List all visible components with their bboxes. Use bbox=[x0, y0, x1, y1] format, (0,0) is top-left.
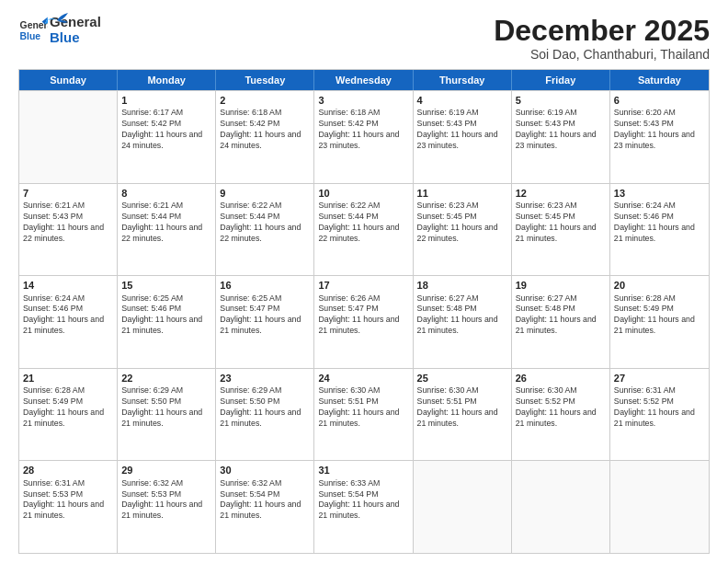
cell-info: Sunrise: 6:26 AM Sunset: 5:47 PM Dayligh… bbox=[318, 293, 408, 338]
subtitle: Soi Dao, Chanthaburi, Thailand bbox=[494, 47, 710, 62]
table-row: 5Sunrise: 6:19 AM Sunset: 5:43 PM Daylig… bbox=[512, 91, 610, 183]
day-header-monday: Monday bbox=[118, 70, 216, 90]
cell-info: Sunrise: 6:32 AM Sunset: 5:53 PM Dayligh… bbox=[121, 478, 211, 523]
day-header-tuesday: Tuesday bbox=[216, 70, 314, 90]
day-number: 20 bbox=[614, 279, 705, 292]
day-number: 2 bbox=[220, 94, 310, 107]
cell-info: Sunrise: 6:23 AM Sunset: 5:45 PM Dayligh… bbox=[516, 201, 606, 245]
day-header-wednesday: Wednesday bbox=[314, 70, 413, 90]
table-row: 6Sunrise: 6:20 AM Sunset: 5:43 PM Daylig… bbox=[610, 91, 709, 183]
svg-text:Blue: Blue bbox=[20, 30, 41, 40]
table-row: 29Sunrise: 6:32 AM Sunset: 5:53 PM Dayli… bbox=[118, 461, 216, 553]
table-row: 14Sunrise: 6:24 AM Sunset: 5:46 PM Dayli… bbox=[19, 276, 118, 368]
table-row: 31Sunrise: 6:33 AM Sunset: 5:54 PM Dayli… bbox=[314, 461, 413, 553]
table-row: 23Sunrise: 6:29 AM Sunset: 5:50 PM Dayli… bbox=[216, 369, 314, 461]
table-row: 22Sunrise: 6:29 AM Sunset: 5:50 PM Dayli… bbox=[118, 369, 216, 461]
table-row: 4Sunrise: 6:19 AM Sunset: 5:43 PM Daylig… bbox=[414, 91, 512, 183]
day-header-sunday: Sunday bbox=[19, 70, 118, 90]
day-number: 5 bbox=[516, 94, 606, 107]
cell-info: Sunrise: 6:31 AM Sunset: 5:52 PM Dayligh… bbox=[614, 385, 705, 430]
cell-info: Sunrise: 6:30 AM Sunset: 5:52 PM Dayligh… bbox=[516, 385, 606, 430]
day-number: 22 bbox=[121, 372, 211, 385]
day-header-thursday: Thursday bbox=[414, 70, 512, 90]
day-number: 28 bbox=[23, 464, 113, 477]
day-number: 6 bbox=[614, 94, 705, 107]
cell-info: Sunrise: 6:24 AM Sunset: 5:46 PM Dayligh… bbox=[23, 293, 113, 338]
cell-info: Sunrise: 6:17 AM Sunset: 5:42 PM Dayligh… bbox=[121, 108, 211, 152]
table-row: 13Sunrise: 6:24 AM Sunset: 5:46 PM Dayli… bbox=[610, 184, 709, 276]
cell-info: Sunrise: 6:22 AM Sunset: 5:44 PM Dayligh… bbox=[318, 201, 408, 245]
table-row: 28Sunrise: 6:31 AM Sunset: 5:53 PM Dayli… bbox=[19, 461, 118, 553]
table-row: 2Sunrise: 6:18 AM Sunset: 5:42 PM Daylig… bbox=[216, 91, 314, 183]
cell-info: Sunrise: 6:27 AM Sunset: 5:48 PM Dayligh… bbox=[516, 293, 606, 338]
cell-info: Sunrise: 6:31 AM Sunset: 5:53 PM Dayligh… bbox=[23, 478, 113, 523]
calendar-week-1: 1Sunrise: 6:17 AM Sunset: 5:42 PM Daylig… bbox=[19, 90, 709, 183]
cell-info: Sunrise: 6:25 AM Sunset: 5:47 PM Dayligh… bbox=[220, 293, 310, 338]
table-row: 11Sunrise: 6:23 AM Sunset: 5:45 PM Dayli… bbox=[414, 184, 512, 276]
cell-info: Sunrise: 6:32 AM Sunset: 5:54 PM Dayligh… bbox=[220, 478, 310, 523]
table-row: 18Sunrise: 6:27 AM Sunset: 5:48 PM Dayli… bbox=[414, 276, 512, 368]
table-row bbox=[19, 91, 118, 183]
day-number: 17 bbox=[318, 279, 408, 292]
day-number: 21 bbox=[23, 372, 113, 385]
day-number: 26 bbox=[516, 372, 606, 385]
table-row bbox=[414, 461, 512, 553]
table-row bbox=[610, 461, 709, 553]
page: General Blue General Blue December 2025 … bbox=[0, 0, 728, 563]
table-row: 30Sunrise: 6:32 AM Sunset: 5:54 PM Dayli… bbox=[216, 461, 314, 553]
day-number: 27 bbox=[614, 372, 705, 385]
cell-info: Sunrise: 6:24 AM Sunset: 5:46 PM Dayligh… bbox=[614, 201, 705, 245]
table-row: 16Sunrise: 6:25 AM Sunset: 5:47 PM Dayli… bbox=[216, 276, 314, 368]
table-row: 25Sunrise: 6:30 AM Sunset: 5:51 PM Dayli… bbox=[414, 369, 512, 461]
cell-info: Sunrise: 6:22 AM Sunset: 5:44 PM Dayligh… bbox=[220, 201, 310, 245]
table-row: 17Sunrise: 6:26 AM Sunset: 5:47 PM Dayli… bbox=[314, 276, 413, 368]
table-row bbox=[512, 461, 610, 553]
cell-info: Sunrise: 6:23 AM Sunset: 5:45 PM Dayligh… bbox=[417, 201, 507, 245]
table-row: 15Sunrise: 6:25 AM Sunset: 5:46 PM Dayli… bbox=[118, 276, 216, 368]
day-number: 11 bbox=[417, 187, 507, 200]
day-number: 8 bbox=[121, 187, 211, 200]
day-number: 18 bbox=[417, 279, 507, 292]
cell-info: Sunrise: 6:30 AM Sunset: 5:51 PM Dayligh… bbox=[318, 385, 408, 430]
month-title: December 2025 bbox=[494, 15, 710, 47]
cell-info: Sunrise: 6:21 AM Sunset: 5:43 PM Dayligh… bbox=[23, 201, 113, 245]
table-row: 10Sunrise: 6:22 AM Sunset: 5:44 PM Dayli… bbox=[314, 184, 413, 276]
cell-info: Sunrise: 6:18 AM Sunset: 5:42 PM Dayligh… bbox=[220, 108, 310, 152]
day-number: 13 bbox=[614, 187, 705, 200]
table-row: 26Sunrise: 6:30 AM Sunset: 5:52 PM Dayli… bbox=[512, 369, 610, 461]
table-row: 19Sunrise: 6:27 AM Sunset: 5:48 PM Dayli… bbox=[512, 276, 610, 368]
calendar-body: 1Sunrise: 6:17 AM Sunset: 5:42 PM Daylig… bbox=[19, 90, 709, 553]
cell-info: Sunrise: 6:19 AM Sunset: 5:43 PM Dayligh… bbox=[417, 108, 507, 152]
day-header-friday: Friday bbox=[512, 70, 610, 90]
day-number: 19 bbox=[516, 279, 606, 292]
day-number: 23 bbox=[220, 372, 310, 385]
cell-info: Sunrise: 6:21 AM Sunset: 5:44 PM Dayligh… bbox=[121, 201, 211, 245]
bird-icon bbox=[48, 13, 68, 28]
calendar-week-5: 28Sunrise: 6:31 AM Sunset: 5:53 PM Dayli… bbox=[19, 460, 709, 553]
day-number: 14 bbox=[23, 279, 113, 292]
day-number: 15 bbox=[121, 279, 211, 292]
logo-blue-text: Blue bbox=[50, 30, 101, 46]
table-row: 20Sunrise: 6:28 AM Sunset: 5:49 PM Dayli… bbox=[610, 276, 709, 368]
day-number: 24 bbox=[318, 372, 408, 385]
day-number: 10 bbox=[318, 187, 408, 200]
table-row: 1Sunrise: 6:17 AM Sunset: 5:42 PM Daylig… bbox=[118, 91, 216, 183]
table-row: 12Sunrise: 6:23 AM Sunset: 5:45 PM Dayli… bbox=[512, 184, 610, 276]
cell-info: Sunrise: 6:20 AM Sunset: 5:43 PM Dayligh… bbox=[614, 108, 705, 152]
calendar-week-2: 7Sunrise: 6:21 AM Sunset: 5:43 PM Daylig… bbox=[19, 183, 709, 276]
table-row: 27Sunrise: 6:31 AM Sunset: 5:52 PM Dayli… bbox=[610, 369, 709, 461]
table-row: 7Sunrise: 6:21 AM Sunset: 5:43 PM Daylig… bbox=[19, 184, 118, 276]
day-number: 25 bbox=[417, 372, 507, 385]
cell-info: Sunrise: 6:29 AM Sunset: 5:50 PM Dayligh… bbox=[220, 385, 310, 430]
logo-icon: General Blue bbox=[18, 16, 48, 45]
cell-info: Sunrise: 6:30 AM Sunset: 5:51 PM Dayligh… bbox=[417, 385, 507, 430]
table-row: 21Sunrise: 6:28 AM Sunset: 5:49 PM Dayli… bbox=[19, 369, 118, 461]
logo: General Blue General Blue bbox=[18, 15, 68, 45]
calendar-header: SundayMondayTuesdayWednesdayThursdayFrid… bbox=[19, 70, 709, 90]
day-number: 1 bbox=[121, 94, 211, 107]
calendar-week-4: 21Sunrise: 6:28 AM Sunset: 5:49 PM Dayli… bbox=[19, 368, 709, 461]
calendar-week-3: 14Sunrise: 6:24 AM Sunset: 5:46 PM Dayli… bbox=[19, 275, 709, 368]
day-number: 7 bbox=[23, 187, 113, 200]
cell-info: Sunrise: 6:29 AM Sunset: 5:50 PM Dayligh… bbox=[121, 385, 211, 430]
cell-info: Sunrise: 6:18 AM Sunset: 5:42 PM Dayligh… bbox=[318, 108, 408, 152]
